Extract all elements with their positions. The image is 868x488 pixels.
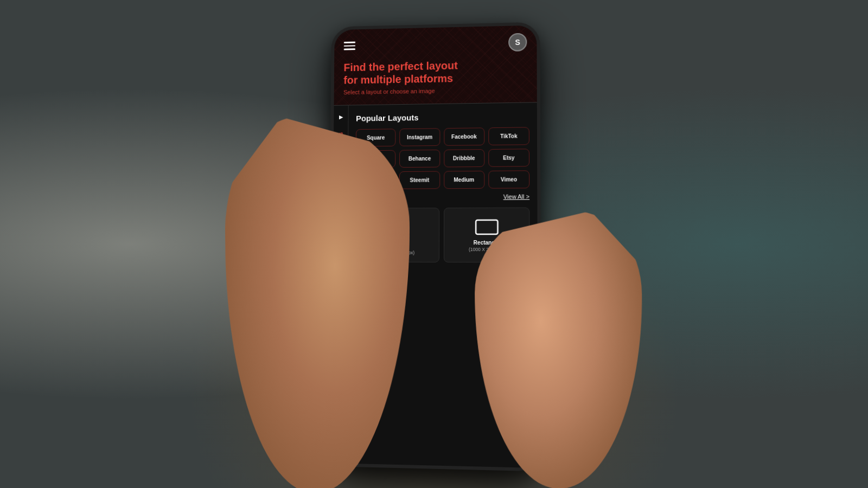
phone-frame: S Find the perfect layoutfor multiple pl… xyxy=(328,22,541,471)
layout-btn-medium[interactable]: Medium xyxy=(444,171,484,189)
header-title: Find the perfect layoutfor multiple plat… xyxy=(343,57,527,95)
layout-btn-dribbble[interactable]: Dribbble xyxy=(444,149,484,167)
layout-btn-instagram[interactable]: Instagram xyxy=(399,128,440,146)
popular-layouts-title: Popular Layouts xyxy=(356,111,529,123)
header-section: S Find the perfect layoutfor multiple pl… xyxy=(334,25,537,105)
hamburger-menu-icon[interactable] xyxy=(344,42,355,50)
header-heading: Find the perfect layoutfor multiple plat… xyxy=(343,57,527,86)
arrow-button[interactable]: ▶ xyxy=(339,111,343,123)
svg-rect-1 xyxy=(476,220,497,234)
layout-btn-etsy[interactable]: Etsy xyxy=(488,149,529,167)
layout-btn-behance[interactable]: Behance xyxy=(399,150,440,168)
layout-btn-vimeo[interactable]: Vimeo xyxy=(488,170,529,189)
avatar[interactable]: S xyxy=(508,33,527,52)
header-top-bar: S xyxy=(344,33,527,55)
layout-btn-tiktok[interactable]: TikTok xyxy=(488,127,529,145)
layout-btn-steemit[interactable]: Steemit xyxy=(399,171,440,189)
template-icon-rectangle-template xyxy=(475,219,499,235)
view-all-link[interactable]: View All > xyxy=(503,193,529,200)
layout-btn-facebook[interactable]: Facebook xyxy=(444,127,484,146)
